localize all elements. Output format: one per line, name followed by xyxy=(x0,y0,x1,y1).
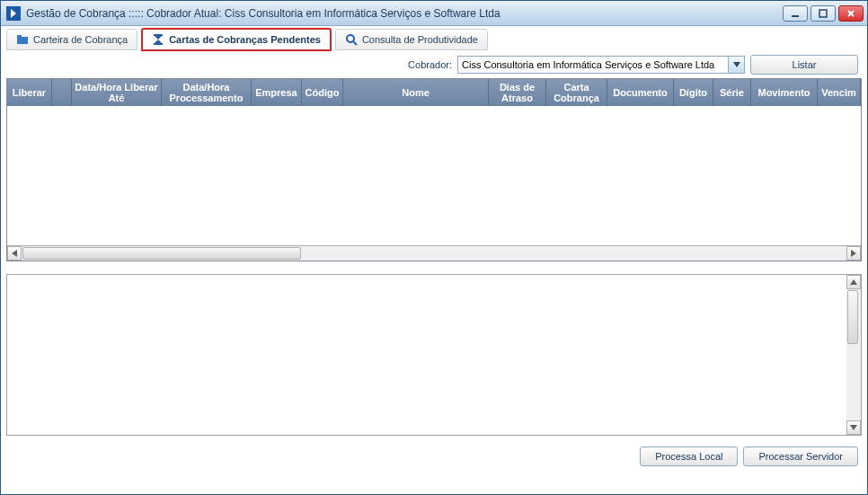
svg-rect-2 xyxy=(819,10,827,17)
col-dias-atraso[interactable]: Dias de Atraso xyxy=(489,79,546,106)
processa-local-button[interactable]: Processa Local xyxy=(640,446,738,466)
svg-rect-8 xyxy=(154,43,163,45)
processar-servidor-button[interactable]: Processar Servidor xyxy=(743,446,858,466)
svg-point-11 xyxy=(347,35,354,42)
svg-marker-15 xyxy=(851,250,856,257)
svg-marker-17 xyxy=(850,425,857,430)
detail-panel xyxy=(6,274,862,436)
cobrador-label: Cobrador: xyxy=(408,59,452,70)
col-data-process[interactable]: Data/Hora Processamento xyxy=(162,79,252,106)
svg-rect-7 xyxy=(154,34,163,36)
col-documento[interactable]: Documento xyxy=(607,79,674,106)
scroll-thumb[interactable] xyxy=(22,247,301,260)
cobrador-combo[interactable]: Ciss Consultoria em Informática Serviços… xyxy=(457,56,745,74)
col-digito[interactable]: Dígito xyxy=(674,79,713,106)
col-nome[interactable]: Nome xyxy=(343,79,489,106)
detail-vscroll[interactable] xyxy=(846,275,861,435)
cobrador-value: Ciss Consultoria em Informática Serviços… xyxy=(458,59,728,70)
scroll-right-icon[interactable] xyxy=(846,246,861,261)
col-serie[interactable]: Série xyxy=(713,79,751,106)
svg-rect-5 xyxy=(17,37,28,44)
scroll-vtrack[interactable] xyxy=(846,289,861,420)
grid-hscroll[interactable] xyxy=(7,246,861,261)
filter-bar: Cobrador: Ciss Consultoria em Informátic… xyxy=(1,51,867,78)
maximize-button[interactable] xyxy=(810,5,836,22)
app-icon xyxy=(6,6,21,21)
tab-produtividade[interactable]: Consulta de Produtividade xyxy=(335,29,488,50)
cobrancas-grid: Liberar Data/Hora Liberar Até Data/Hora … xyxy=(6,78,862,261)
col-movimento[interactable]: Movimento xyxy=(751,79,818,106)
close-button[interactable] xyxy=(838,5,864,22)
col-codigo[interactable]: Código xyxy=(302,79,343,106)
scroll-track[interactable] xyxy=(22,246,846,261)
col-empresa[interactable]: Empresa xyxy=(252,79,302,106)
svg-rect-6 xyxy=(17,35,22,38)
col-vencimento[interactable]: Vencim xyxy=(818,79,861,106)
svg-marker-13 xyxy=(733,62,740,67)
footer: Processa Local Processar Servidor xyxy=(1,441,867,472)
tab-cartas-pendentes[interactable]: Cartas de Cobranças Pendentes xyxy=(141,28,332,51)
listar-button[interactable]: Listar xyxy=(750,55,858,75)
tab-bar: Carteira de Cobrança Cartas de Cobranças… xyxy=(1,26,867,51)
svg-marker-9 xyxy=(155,36,162,40)
svg-line-12 xyxy=(353,41,357,45)
titlebar: Gestão de Cobrança ::::: Cobrador Atual:… xyxy=(1,1,867,26)
grid-header: Liberar Data/Hora Liberar Até Data/Hora … xyxy=(7,79,861,106)
chevron-down-icon[interactable] xyxy=(728,57,744,73)
window-title: Gestão de Cobrança ::::: Cobrador Atual:… xyxy=(26,7,783,20)
scroll-vthumb[interactable] xyxy=(847,290,858,344)
col-data-liberar[interactable]: Data/Hora Liberar Até xyxy=(72,79,162,106)
scroll-left-icon[interactable] xyxy=(7,246,22,261)
svg-marker-0 xyxy=(11,9,16,18)
minimize-button[interactable] xyxy=(783,5,808,22)
tab-label: Carteira de Cobrança xyxy=(33,34,128,45)
col-carta[interactable]: Carta Cobrança xyxy=(546,79,607,106)
col-icon[interactable] xyxy=(52,79,72,106)
svg-marker-16 xyxy=(850,279,857,285)
search-icon xyxy=(345,33,358,46)
tab-carteira[interactable]: Carteira de Cobrança xyxy=(6,29,137,50)
grid-body[interactable] xyxy=(7,106,861,246)
svg-rect-1 xyxy=(792,15,799,17)
svg-marker-10 xyxy=(155,40,162,43)
tab-label: Cartas de Cobranças Pendentes xyxy=(169,34,321,45)
folder-icon xyxy=(16,33,29,46)
detail-body[interactable] xyxy=(7,275,846,435)
tab-label: Consulta de Produtividade xyxy=(362,34,478,45)
hourglass-icon xyxy=(152,33,164,46)
svg-marker-14 xyxy=(12,250,17,257)
window-buttons xyxy=(783,5,864,22)
scroll-down-icon[interactable] xyxy=(846,420,861,435)
scroll-up-icon[interactable] xyxy=(846,275,861,289)
col-liberar[interactable]: Liberar xyxy=(7,79,52,106)
